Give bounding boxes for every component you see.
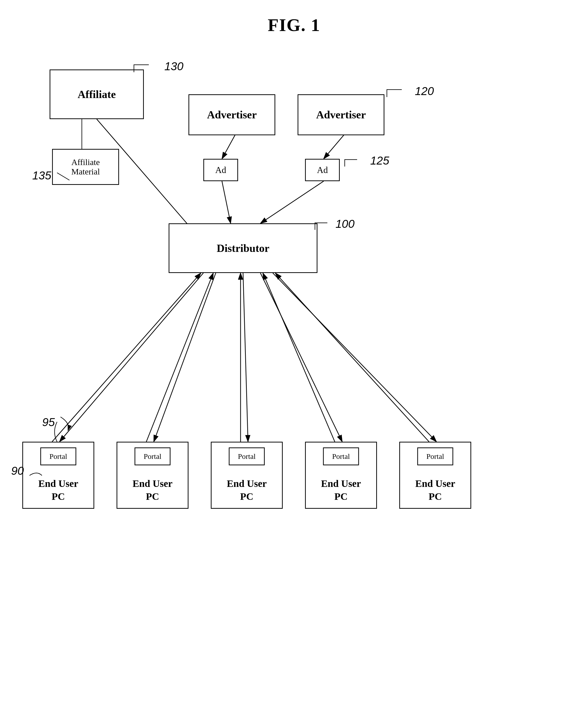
affiliate-material-label: AffiliateMaterial (71, 158, 100, 176)
enduser2-label: End UserPC (132, 477, 172, 503)
svg-line-4 (222, 134, 236, 159)
portal4-label: Portal (332, 452, 350, 460)
advertiser2-box: Advertiser (298, 94, 384, 135)
ref-135: 135 (32, 169, 74, 183)
distributor-label: Distributor (217, 242, 270, 255)
svg-line-11 (261, 273, 342, 442)
svg-line-10 (243, 273, 248, 442)
ref-100: 100 (313, 217, 354, 232)
portal1-label: Portal (49, 452, 67, 460)
ad1-box: Ad (203, 159, 238, 181)
ref-125: 125 (340, 154, 389, 168)
enduser4-box: Portal End UserPC (305, 442, 377, 509)
portal3-box: Portal (229, 447, 265, 465)
svg-line-12 (273, 273, 437, 442)
ref-130: 130 (129, 60, 183, 75)
enduser5-label: End UserPC (415, 477, 455, 503)
portal4-box: Portal (323, 447, 359, 465)
portal1-box: Portal (41, 447, 76, 465)
portal3-label: Portal (238, 452, 256, 460)
advertiser1-box: Advertiser (189, 94, 275, 135)
enduser4-label: End UserPC (321, 477, 361, 503)
affiliate-box: Affiliate (50, 70, 144, 119)
affiliate-label: Affiliate (78, 88, 116, 101)
ad2-label: Ad (317, 165, 328, 175)
portal5-box: Portal (417, 447, 454, 465)
ref-120: 120 (382, 85, 434, 99)
advertiser2-label: Advertiser (316, 109, 366, 121)
portal2-box: Portal (134, 447, 171, 465)
enduser3-label: End UserPC (227, 477, 267, 503)
enduser1-label: End UserPC (38, 477, 78, 503)
ad1-label: Ad (215, 165, 226, 175)
distributor-box: Distributor (169, 223, 317, 273)
svg-line-8 (59, 273, 203, 442)
ref-90: 90 (11, 464, 44, 478)
enduser2-box: Portal End UserPC (117, 442, 189, 509)
svg-line-14 (146, 273, 213, 442)
svg-line-17 (275, 273, 429, 442)
ref-95: 95 (42, 415, 80, 432)
portal5-label: Portal (426, 452, 444, 460)
diagram-svg (0, 30, 588, 710)
enduser3-box: Portal End UserPC (211, 442, 283, 509)
svg-line-9 (154, 273, 216, 442)
portal2-label: Portal (144, 452, 162, 460)
svg-line-6 (222, 181, 230, 223)
ad2-box: Ad (305, 159, 340, 181)
advertiser1-label: Advertiser (207, 109, 257, 121)
enduser5-box: Portal End UserPC (399, 442, 471, 509)
